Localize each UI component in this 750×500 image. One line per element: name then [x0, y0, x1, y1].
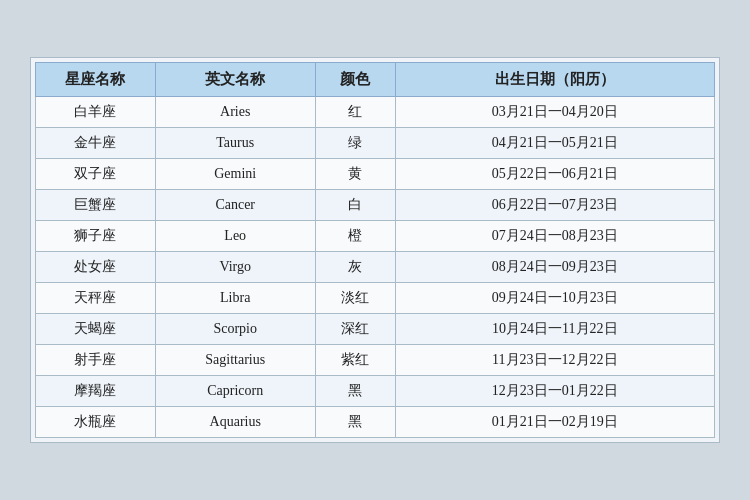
cell-color: 橙: [315, 221, 395, 252]
table-row: 金牛座Taurus绿04月21日一05月21日: [36, 128, 715, 159]
cell-color: 紫红: [315, 345, 395, 376]
cell-cn: 摩羯座: [36, 376, 156, 407]
cell-en: Cancer: [155, 190, 315, 221]
table-row: 双子座Gemini黄05月22日一06月21日: [36, 159, 715, 190]
header-date: 出生日期（阳历）: [395, 63, 714, 97]
zodiac-table: 星座名称 英文名称 颜色 出生日期（阳历） 白羊座Aries红03月21日一04…: [35, 62, 715, 438]
table-row: 天秤座Libra淡红09月24日一10月23日: [36, 283, 715, 314]
cell-date: 04月21日一05月21日: [395, 128, 714, 159]
cell-color: 白: [315, 190, 395, 221]
cell-cn: 金牛座: [36, 128, 156, 159]
cell-date: 10月24日一11月22日: [395, 314, 714, 345]
cell-color: 红: [315, 97, 395, 128]
table-row: 摩羯座Capricorn黑12月23日一01月22日: [36, 376, 715, 407]
cell-en: Libra: [155, 283, 315, 314]
cell-en: Sagittarius: [155, 345, 315, 376]
cell-color: 黄: [315, 159, 395, 190]
cell-en: Aquarius: [155, 407, 315, 438]
cell-date: 05月22日一06月21日: [395, 159, 714, 190]
cell-color: 深红: [315, 314, 395, 345]
header-en: 英文名称: [155, 63, 315, 97]
cell-en: Scorpio: [155, 314, 315, 345]
cell-cn: 射手座: [36, 345, 156, 376]
header-cn: 星座名称: [36, 63, 156, 97]
header-color: 颜色: [315, 63, 395, 97]
table-row: 水瓶座Aquarius黑01月21日一02月19日: [36, 407, 715, 438]
cell-en: Taurus: [155, 128, 315, 159]
cell-date: 11月23日一12月22日: [395, 345, 714, 376]
zodiac-table-container: 星座名称 英文名称 颜色 出生日期（阳历） 白羊座Aries红03月21日一04…: [30, 57, 720, 443]
cell-date: 09月24日一10月23日: [395, 283, 714, 314]
cell-en: Leo: [155, 221, 315, 252]
cell-cn: 处女座: [36, 252, 156, 283]
cell-cn: 狮子座: [36, 221, 156, 252]
cell-en: Aries: [155, 97, 315, 128]
cell-cn: 天蝎座: [36, 314, 156, 345]
cell-en: Gemini: [155, 159, 315, 190]
cell-cn: 双子座: [36, 159, 156, 190]
cell-color: 灰: [315, 252, 395, 283]
cell-cn: 水瓶座: [36, 407, 156, 438]
cell-en: Virgo: [155, 252, 315, 283]
cell-date: 01月21日一02月19日: [395, 407, 714, 438]
cell-color: 黑: [315, 376, 395, 407]
cell-cn: 天秤座: [36, 283, 156, 314]
table-row: 巨蟹座Cancer白06月22日一07月23日: [36, 190, 715, 221]
cell-color: 黑: [315, 407, 395, 438]
cell-color: 淡红: [315, 283, 395, 314]
cell-date: 12月23日一01月22日: [395, 376, 714, 407]
table-row: 处女座Virgo灰08月24日一09月23日: [36, 252, 715, 283]
table-row: 狮子座Leo橙07月24日一08月23日: [36, 221, 715, 252]
cell-date: 08月24日一09月23日: [395, 252, 714, 283]
table-row: 射手座Sagittarius紫红11月23日一12月22日: [36, 345, 715, 376]
cell-date: 03月21日一04月20日: [395, 97, 714, 128]
cell-en: Capricorn: [155, 376, 315, 407]
table-row: 白羊座Aries红03月21日一04月20日: [36, 97, 715, 128]
cell-color: 绿: [315, 128, 395, 159]
cell-cn: 巨蟹座: [36, 190, 156, 221]
cell-date: 07月24日一08月23日: [395, 221, 714, 252]
cell-date: 06月22日一07月23日: [395, 190, 714, 221]
cell-cn: 白羊座: [36, 97, 156, 128]
table-row: 天蝎座Scorpio深红10月24日一11月22日: [36, 314, 715, 345]
